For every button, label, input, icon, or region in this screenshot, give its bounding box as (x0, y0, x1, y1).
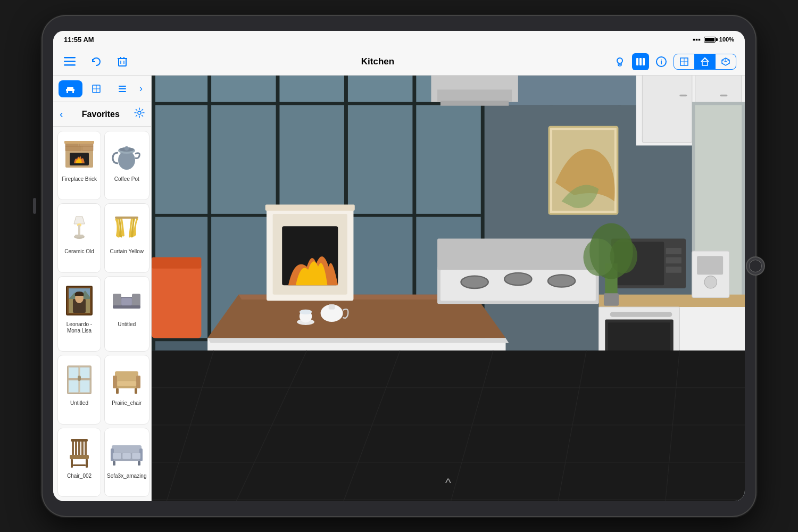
toolbar-title: Kitchen (361, 56, 394, 67)
svg-rect-121 (416, 105, 480, 214)
tab-list[interactable] (110, 80, 134, 97)
svg-rect-140 (642, 76, 692, 143)
svg-rect-48 (75, 235, 84, 237)
svg-rect-92 (113, 461, 115, 466)
svg-rect-1 (64, 61, 76, 62)
toolbar: Kitchen (53, 48, 745, 76)
items-grid: Fireplace Brick (53, 127, 151, 501)
svg-rect-74 (117, 381, 136, 386)
trash-button[interactable] (115, 54, 130, 70)
svg-rect-120 (348, 105, 412, 214)
wifi-icon: ▪▪▪ (693, 35, 701, 44)
svg-point-33 (138, 111, 141, 114)
svg-rect-67 (78, 376, 81, 381)
library-button[interactable] (632, 53, 649, 70)
sidebar-title: Favorites (68, 110, 134, 119)
svg-point-168 (504, 273, 531, 285)
svg-rect-138 (440, 101, 509, 105)
toolbar-right: i (587, 53, 736, 70)
svg-text:i: i (660, 58, 662, 66)
view-floorplan-button[interactable] (674, 54, 695, 69)
svg-rect-59 (113, 305, 140, 309)
svg-rect-40 (64, 141, 94, 144)
tab-drawing[interactable] (85, 80, 109, 97)
sidebar-back-button[interactable]: ‹ (60, 108, 63, 120)
home-button[interactable] (746, 256, 765, 276)
list-item[interactable]: Untitled (57, 355, 101, 424)
svg-rect-46 (78, 225, 80, 236)
list-item[interactable]: Prairie_chair (104, 355, 149, 424)
svg-rect-2 (64, 64, 76, 66)
svg-rect-78 (81, 440, 84, 456)
view-3d-button[interactable] (716, 54, 736, 69)
undo-button[interactable] (88, 54, 104, 70)
svg-rect-170 (437, 239, 599, 270)
svg-rect-71 (136, 376, 140, 388)
svg-rect-72 (116, 388, 119, 394)
svg-rect-137 (437, 89, 512, 102)
svg-rect-90 (122, 453, 131, 459)
svg-rect-64 (69, 380, 79, 393)
svg-rect-160 (610, 312, 672, 317)
svg-point-9 (617, 58, 622, 63)
kitchen-scene-svg: ^ (152, 76, 745, 501)
list-item[interactable]: Untitled (104, 276, 149, 352)
svg-rect-150 (666, 248, 681, 254)
svg-rect-80 (71, 439, 88, 442)
list-item[interactable]: Chair_002 (57, 428, 101, 497)
prairie-chair-label: Prairie_chair (112, 400, 142, 406)
svg-rect-214 (152, 263, 201, 338)
ceramic-old-label: Ceramic Old (64, 248, 94, 255)
tab-furniture[interactable] (59, 80, 82, 97)
svg-rect-83 (86, 459, 88, 468)
list-item[interactable]: Leonardo - Mona Lisa (57, 276, 101, 352)
svg-rect-25 (66, 91, 68, 93)
svg-line-21 (722, 60, 726, 62)
svg-rect-49 (115, 217, 138, 219)
list-item[interactable]: Fireplace Brick (57, 131, 101, 200)
svg-rect-37 (65, 146, 81, 151)
untitled-window-label: Untitled (70, 400, 88, 406)
svg-rect-110 (211, 76, 276, 102)
list-item[interactable]: Curtain Yellow (104, 203, 149, 272)
info-button[interactable]: i (653, 54, 669, 70)
list-item[interactable]: Sofa3x_amazing (104, 428, 149, 497)
svg-rect-44 (124, 146, 129, 151)
status-bar: 11:55 AM ▪▪▪ 100% (53, 31, 745, 48)
svg-rect-82 (71, 459, 73, 468)
svg-rect-79 (85, 440, 87, 456)
svg-rect-81 (70, 455, 89, 459)
mona-lisa-thumb (60, 281, 98, 319)
svg-rect-65 (80, 380, 90, 393)
svg-rect-19 (702, 62, 708, 65)
svg-rect-70 (113, 376, 117, 388)
menu-button[interactable] (62, 55, 78, 69)
lightbulb-button[interactable] (612, 54, 628, 70)
prairie-chair-thumb (107, 360, 146, 398)
time: 11:55 AM (64, 36, 94, 44)
svg-rect-152 (666, 267, 681, 273)
svg-rect-77 (78, 440, 80, 456)
sidebar: › ‹ Favorites (53, 76, 152, 501)
svg-rect-117 (155, 105, 207, 214)
sidebar-header: ‹ Favorites (53, 102, 151, 127)
scene-area[interactable]: ^ ^ (152, 76, 745, 501)
view-house-button[interactable] (695, 54, 716, 69)
svg-rect-84 (73, 464, 86, 466)
svg-point-211 (583, 239, 614, 276)
ceramic-old-thumb (60, 208, 98, 246)
sidebar-tabs: › (53, 76, 151, 102)
svg-rect-219 (265, 204, 355, 211)
list-item[interactable]: Ceramic Old (57, 203, 101, 272)
scroll-indicator: ^ (445, 476, 451, 491)
list-item[interactable]: Coffee Pot (104, 131, 149, 200)
curtain-yellow-label: Curtain Yellow (110, 248, 144, 255)
sidebar-expand-button[interactable]: › (136, 80, 146, 97)
untitled-sofa-label: Untitled (118, 321, 136, 328)
svg-rect-57 (113, 294, 121, 306)
side-button-left[interactable] (33, 198, 36, 214)
svg-marker-164 (207, 338, 509, 343)
svg-point-169 (548, 275, 575, 287)
sidebar-settings-button[interactable] (134, 107, 145, 121)
fireplace-brick-thumb (60, 136, 98, 174)
